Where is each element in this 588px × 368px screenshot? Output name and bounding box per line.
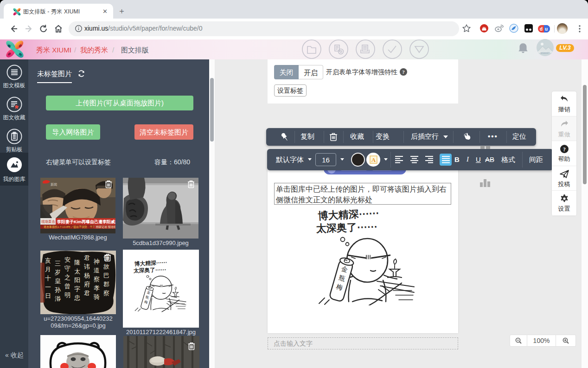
svg-text:新闻: 新闻 [51, 182, 57, 187]
svg-text:u: u [545, 26, 548, 32]
svg-text:?: ? [563, 146, 566, 153]
svg-text:?: ? [402, 69, 405, 75]
svg-text:A: A [371, 156, 376, 163]
svg-text:独家记者 报道组: 独家记者 报道组 [96, 225, 115, 229]
svg-text:d: d [540, 26, 543, 32]
svg-text:现场直击: 现场直击 [41, 220, 56, 224]
svg-text:WSMART: WSMART [541, 52, 550, 54]
svg-text:李阳妻子Kim再曝自己遭李阳威胁: 李阳妻子Kim再曝自己遭李阳威胁 [57, 220, 115, 224]
svg-text:· 遭连番骚扰1-7-13-8年／提前不设防 · 千万三胎: · 遭连番骚扰1-7-13-8年／提前不设防 · 千万三胎 [42, 225, 102, 229]
